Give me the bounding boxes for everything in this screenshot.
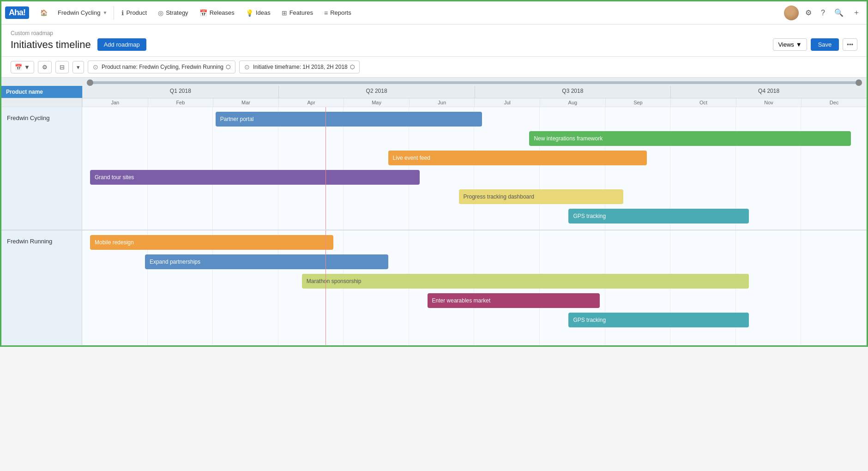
month-jul: Jul xyxy=(474,98,540,107)
bar-grand-tour[interactable]: Grand tour sites xyxy=(90,170,420,185)
nav-item-strategy[interactable]: ◎ Strategy xyxy=(152,6,193,19)
months-row: Jan Feb Mar Apr May Jun Jul Aug Sep Oct … xyxy=(1,98,867,107)
save-button[interactable]: Save xyxy=(811,38,839,51)
ideas-icon: 💡 xyxy=(246,9,253,17)
page-actions: Views ▼ Save ••• xyxy=(773,38,857,51)
bar-expand-partnerships[interactable]: Expand partnerships xyxy=(145,254,388,269)
bar-label: Live event feed xyxy=(393,155,430,161)
timeframe-filter-label: Initiative timeframe: 1H 2018, 2H 2018 xyxy=(253,64,348,70)
section-label-cycling: Fredwin Cycling xyxy=(1,107,82,229)
nav-strategy-label: Strategy xyxy=(166,9,188,16)
months-row-spacer xyxy=(1,98,82,107)
slider-thumb-left[interactable] xyxy=(87,79,93,86)
toolbar: 📅 ▼ ⚙ ⊟ ▾ ⊙ Product name: Fredwin Cyclin… xyxy=(1,57,867,78)
bar-partner-portal[interactable]: Partner portal xyxy=(216,112,482,127)
bar-label: GPS tracking xyxy=(573,317,606,323)
today-line-2 xyxy=(326,230,326,345)
product-filter-pill[interactable]: ⊙ Product name: Fredwin Cycling, Fredwin… xyxy=(88,60,235,73)
nav-items-container: ℹ Product ◎ Strategy 📅 Releases 💡 Ideas … xyxy=(116,6,784,19)
bar-label: Marathon sponsorship xyxy=(307,278,362,284)
releases-icon: 📅 xyxy=(199,9,207,17)
product-filter-label: Product name: Fredwin Cycling, Fredwin R… xyxy=(102,64,223,70)
nav-product-label: Product xyxy=(126,9,147,16)
product-filter-caret: ⬡ xyxy=(226,64,230,70)
more-options-button[interactable]: ••• xyxy=(843,38,857,51)
aha-logo[interactable]: Aha! xyxy=(5,6,29,19)
features-icon: ⊞ xyxy=(282,9,287,17)
month-sep: Sep xyxy=(605,98,671,107)
bar-progress-tracking[interactable]: Progress tracking dashboard xyxy=(459,189,624,204)
views-label: Views xyxy=(778,41,794,48)
bar-gps-tracking-cycling[interactable]: GPS tracking xyxy=(568,209,749,223)
nav-workspace[interactable]: Fredwin Cycling ▼ xyxy=(53,7,112,18)
views-button[interactable]: Views ▼ xyxy=(773,38,807,51)
settings-icon-btn[interactable]: ⚙ xyxy=(802,6,814,19)
gantt-bars-running: Mobile redesign Expand partnerships Mara… xyxy=(82,230,867,345)
help-icon-btn[interactable]: ? xyxy=(818,7,828,19)
nav-item-releases[interactable]: 📅 Releases xyxy=(194,6,240,19)
month-oct: Oct xyxy=(670,98,736,107)
filter-button[interactable]: ▾ xyxy=(72,61,84,73)
nav-item-features[interactable]: ⊞ Features xyxy=(276,6,319,19)
bar-label: Enter wearables market xyxy=(432,297,491,304)
slider-track xyxy=(87,81,862,84)
nav-ideas-label: Ideas xyxy=(256,9,271,16)
quarter-q1: Q1 2018 xyxy=(82,86,278,98)
search-icon-btn[interactable]: 🔍 xyxy=(832,6,846,19)
month-aug: Aug xyxy=(540,98,605,107)
nav-item-reports[interactable]: ≡ Reports xyxy=(319,6,357,19)
bar-gps-tracking-running[interactable]: GPS tracking xyxy=(568,313,749,327)
gantt-section-running: Fredwin Running Mobile redesign Expand p… xyxy=(1,230,867,345)
add-icon-btn[interactable]: ＋ xyxy=(850,6,863,19)
add-roadmap-button[interactable]: Add roadmap xyxy=(97,38,146,51)
avatar-image xyxy=(784,6,799,20)
nav-right-controls: ⚙ ? 🔍 ＋ xyxy=(784,6,863,20)
bar-label: New integrations framework xyxy=(534,135,603,142)
bar-marathon-sponsorship[interactable]: Marathon sponsorship xyxy=(302,274,749,289)
bar-new-integrations[interactable]: New integrations framework xyxy=(529,131,851,146)
clear-timeframe-filter-icon[interactable]: ⊙ xyxy=(244,63,250,71)
timeline-slider[interactable] xyxy=(1,78,867,86)
bar-mobile-redesign[interactable]: Mobile redesign xyxy=(90,235,333,250)
nav-home[interactable]: 🏠 xyxy=(35,6,53,19)
layout-button[interactable]: ⊟ xyxy=(55,61,69,73)
nav-item-ideas[interactable]: 💡 Ideas xyxy=(240,6,276,19)
nav-item-product[interactable]: ℹ Product xyxy=(116,6,152,19)
page-header: Custom roadmap Initiatives timeline Add … xyxy=(1,24,867,57)
product-icon: ℹ xyxy=(121,9,124,17)
month-apr: Apr xyxy=(278,98,344,107)
today-line xyxy=(326,107,326,229)
quarter-q3: Q3 2018 xyxy=(475,86,671,98)
month-nov: Nov xyxy=(736,98,802,107)
quarters-row: Product name Q1 2018 Q2 2018 Q3 2018 Q4 … xyxy=(1,86,867,98)
bar-label: Expand partnerships xyxy=(150,259,200,265)
bar-enter-wearables[interactable]: Enter wearables market xyxy=(428,293,600,308)
bar-label: Partner portal xyxy=(220,116,254,122)
filter-icon: ▾ xyxy=(77,64,80,71)
breadcrumb: Custom roadmap xyxy=(11,30,857,36)
calendar-view-button[interactable]: 📅 ▼ xyxy=(11,61,34,73)
timeframe-filter-caret: ⬡ xyxy=(350,64,355,70)
month-mar: Mar xyxy=(213,98,278,107)
clear-product-filter-icon[interactable]: ⊙ xyxy=(93,63,98,71)
section-label-running: Fredwin Running xyxy=(1,230,82,345)
nav-reports-label: Reports xyxy=(330,9,351,16)
quarter-q2: Q2 2018 xyxy=(278,86,475,98)
workspace-caret: ▼ xyxy=(102,10,107,15)
settings-button[interactable]: ⚙ xyxy=(38,61,52,73)
quarter-q4: Q4 2018 xyxy=(670,86,867,98)
user-avatar[interactable] xyxy=(784,6,799,20)
page-title: Initiatives timeline xyxy=(11,39,91,51)
gantt-section-cycling: Fredwin Cycling Partner portal New integ… xyxy=(1,107,867,230)
month-may: May xyxy=(344,98,409,107)
gantt-bars-cycling: Partner portal New integrations framewor… xyxy=(82,107,867,229)
quarters-cells: Q1 2018 Q2 2018 Q3 2018 Q4 2018 xyxy=(82,86,867,98)
layout-icon: ⊟ xyxy=(60,64,65,71)
bar-live-event-feed[interactable]: Live event feed xyxy=(388,151,647,165)
month-dec: Dec xyxy=(801,98,867,107)
timeline-container: Product name Q1 2018 Q2 2018 Q3 2018 Q4 … xyxy=(1,78,867,345)
timeframe-filter-pill[interactable]: ⊙ Initiative timeframe: 1H 2018, 2H 2018… xyxy=(239,60,360,73)
slider-thumb-right[interactable] xyxy=(856,79,862,86)
workspace-label: Fredwin Cycling xyxy=(58,9,100,16)
nav-releases-label: Releases xyxy=(210,9,235,16)
